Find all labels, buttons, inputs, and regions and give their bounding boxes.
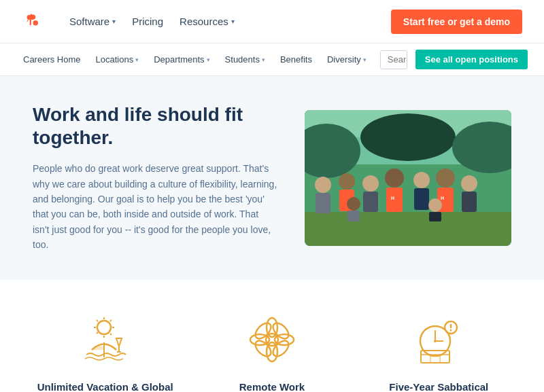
- svg-point-10: [339, 173, 355, 190]
- hero-body: People who do great work deserve great s…: [33, 161, 277, 252]
- software-chevron-icon: ▾: [112, 18, 116, 25]
- locations-link[interactable]: Locations ▾: [89, 50, 146, 69]
- svg-text:H: H: [391, 196, 394, 200]
- hero-title: Work and life should fit together.: [33, 103, 277, 149]
- remote-benefit-card: Remote Work You don't need to be in an o…: [199, 313, 344, 392]
- students-link[interactable]: Students ▾: [218, 50, 272, 69]
- svg-line-36: [97, 332, 98, 334]
- search-box: 🔍: [380, 50, 407, 69]
- svg-marker-38: [116, 338, 122, 346]
- svg-rect-7: [305, 212, 511, 246]
- svg-point-49: [266, 334, 278, 346]
- sabbatical-benefit-card: Five-Year Sabbatical After five years wi…: [367, 313, 511, 392]
- svg-point-14: [385, 168, 404, 188]
- svg-point-47: [270, 320, 291, 341]
- svg-point-24: [428, 198, 442, 212]
- nav-resources[interactable]: Resources ▾: [173, 10, 241, 33]
- vacation-title: Unlimited Vacation & Global Week of Rest: [33, 380, 177, 392]
- team-photo: H H: [305, 110, 511, 246]
- svg-rect-21: [462, 192, 477, 212]
- departments-chevron-icon: ▾: [207, 56, 210, 63]
- diversity-chevron-icon: ▾: [363, 56, 367, 63]
- benefits-link[interactable]: Benefits: [273, 50, 319, 69]
- svg-rect-23: [347, 211, 360, 221]
- resources-chevron-icon: ▾: [231, 18, 235, 25]
- diversity-link[interactable]: Diversity ▾: [320, 50, 373, 69]
- svg-line-34: [110, 334, 112, 335]
- benefits-section: Unlimited Vacation & Global Week of Rest…: [0, 280, 544, 392]
- svg-rect-9: [316, 193, 330, 213]
- nav-software[interactable]: Software ▾: [63, 10, 122, 33]
- main-nav-links: Software ▾ Pricing Resources ▾: [63, 10, 391, 33]
- remote-title: Remote Work: [199, 380, 344, 392]
- svg-point-18: [436, 168, 455, 188]
- svg-point-56: [450, 329, 452, 331]
- careers-navigation: Careers Home Locations ▾ Departments ▾ S…: [0, 43, 544, 76]
- sabbatical-title: Five-Year Sabbatical: [367, 380, 511, 392]
- svg-rect-13: [363, 192, 378, 212]
- hero-section: Work and life should fit together. Peopl…: [0, 76, 544, 280]
- vacation-benefit-card: Unlimited Vacation & Global Week of Rest…: [33, 313, 177, 392]
- nav-pricing[interactable]: Pricing: [125, 10, 170, 33]
- start-free-button[interactable]: Start free or get a demo: [391, 10, 522, 34]
- svg-point-0: [33, 20, 38, 25]
- svg-point-46: [270, 338, 291, 359]
- svg-line-33: [97, 320, 98, 321]
- hero-text-block: Work and life should fit together. Peopl…: [33, 103, 277, 253]
- svg-line-35: [110, 320, 112, 321]
- svg-point-28: [97, 321, 111, 334]
- vacation-icon: [78, 313, 133, 367]
- svg-point-22: [347, 197, 360, 211]
- benefits-grid: Unlimited Vacation & Global Week of Rest…: [33, 313, 511, 392]
- svg-text:H: H: [441, 196, 444, 200]
- svg-point-45: [252, 320, 273, 341]
- careers-home-link[interactable]: Careers Home: [16, 50, 88, 69]
- svg-point-16: [413, 172, 430, 188]
- svg-point-48: [252, 338, 273, 359]
- sabbatical-icon: [411, 313, 466, 367]
- departments-link[interactable]: Departments ▾: [147, 50, 216, 69]
- locations-chevron-icon: ▾: [135, 56, 139, 63]
- hero-image: H H: [305, 110, 511, 246]
- svg-rect-25: [429, 212, 441, 221]
- remote-icon: [245, 313, 299, 367]
- svg-point-12: [362, 175, 379, 192]
- search-input[interactable]: [381, 51, 407, 68]
- svg-point-20: [461, 175, 477, 192]
- svg-rect-17: [414, 188, 429, 210]
- hubspot-logo[interactable]: [22, 10, 44, 33]
- students-chevron-icon: ▾: [262, 56, 265, 63]
- see-all-positions-button[interactable]: See all open positions: [415, 50, 528, 69]
- svg-point-8: [315, 177, 331, 193]
- top-navigation: Software ▾ Pricing Resources ▾ Start fre…: [0, 0, 544, 43]
- svg-point-5: [360, 113, 456, 161]
